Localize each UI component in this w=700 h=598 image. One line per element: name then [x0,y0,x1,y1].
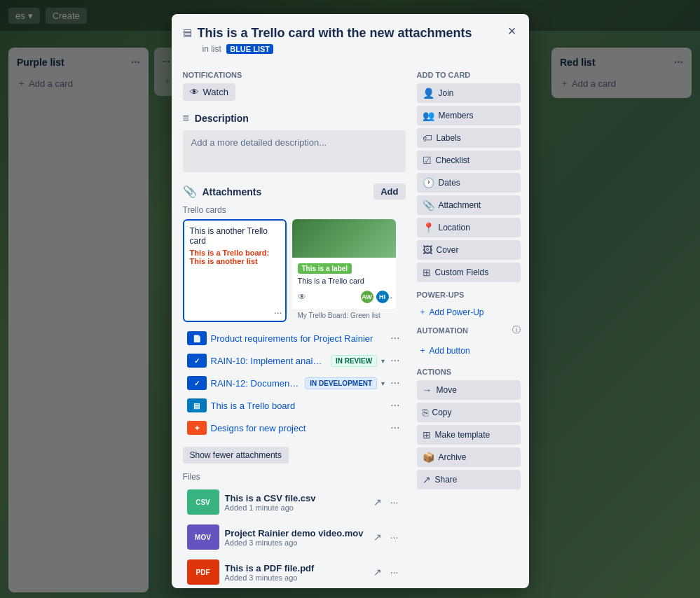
attachments-title: Attachments [203,186,262,197]
labels-button[interactable]: 🏷 Labels [417,128,521,148]
card-preview-dots[interactable]: ··· [385,291,393,303]
watch-button[interactable]: 👁 Watch [183,83,235,101]
file-menu-btn-1[interactable]: ··· [387,495,402,509]
attachment-label: Attachment [439,200,481,210]
file-link-btn-3[interactable]: ↗ [371,565,385,579]
custom-fields-button[interactable]: ⊞ Custom Fields [417,263,521,282]
link-item-3[interactable]: ✓ RAIN-12: Document rollout plan for A/B… [183,373,406,394]
link-text-1: Product requirements for Project Rainier [211,333,385,344]
file-thumb-pdf: PDF [187,559,219,585]
description-input[interactable]: Add a more detailed description... [183,130,406,172]
automation-section: Automation ⓘ [417,321,521,339]
join-icon: 👤 [423,88,434,99]
automation-label: Automation [417,326,469,335]
attachments-section: 📎 Attachments Add Trello cards This is a… [183,183,406,588]
checklist-label: Checklist [436,155,470,165]
link-text-3: RAIN-12: Document rollout plan for A/B t… [211,378,301,389]
file-name-1: This is a CSV file.csv [225,493,365,503]
description-section: ≡ Description Add a more detailed descri… [183,112,406,172]
share-button[interactable]: ↗ Share [417,470,521,489]
link-icon-trello: ▤ [187,398,207,412]
trello-card-thumb-1[interactable]: This is another Trello card This is a Tr… [183,219,287,322]
file-info-2: Project Rainier demo video.mov Added 3 m… [225,528,365,547]
link-menu-3[interactable]: ··· [389,377,401,389]
link-icon-figma: ✦ [187,421,207,435]
modal-subtitle: in list BLUE LIST [183,44,501,54]
link-item-2[interactable]: ✓ RAIN-10: Implement analytics and obser… [183,350,406,371]
attachments-icon: 📎 [183,185,197,198]
custom-fields-icon: ⊞ [423,267,431,278]
labels-label: Labels [437,133,461,143]
link-menu-2[interactable]: ··· [389,354,401,367]
file-link-btn-2[interactable]: ↗ [371,530,385,544]
card-label-green: This is a label [298,263,352,274]
attachments-add-button[interactable]: Add [373,183,405,200]
in-list-text: in list [203,44,221,54]
members-button[interactable]: 👥 Members [417,106,521,125]
archive-button[interactable]: 📦 Archive [417,447,521,467]
archive-label: Archive [439,452,467,462]
archive-icon: 📦 [423,452,434,463]
status-badge-review[interactable]: IN REVIEW [331,355,377,367]
make-template-button[interactable]: ⊞ Make template [417,425,521,445]
link-text-4: This is a Trello board [211,401,385,411]
move-label: Move [437,385,457,395]
status-badge-dev[interactable]: IN DEVELOPMENT [305,377,377,389]
modal-title: This is a Trello card with the new attac… [198,25,472,41]
file-name-3: This is a PDF file.pdf [225,563,365,573]
file-info-1: This is a CSV file.csv Added 1 minute ag… [225,493,365,512]
power-ups-label: Power-Ups [417,291,521,299]
add-button-button[interactable]: ＋ Add button [417,342,472,359]
file-menu-btn-3[interactable]: ··· [387,565,402,579]
cover-button[interactable]: 🖼 Cover [417,240,521,260]
automation-info-icon[interactable]: ⓘ [512,324,521,336]
copy-label: Copy [432,408,452,417]
checklist-button[interactable]: ☑ Checklist [417,151,521,170]
share-label: Share [435,475,458,485]
modal-title-row: ▤ This is a Trello card with the new att… [183,25,501,41]
trello-cards-label: Trello cards [183,205,406,215]
file-item-1[interactable]: CSV This is a CSV file.csv Added 1 minut… [183,486,406,518]
link-item-4[interactable]: ▤ This is a Trello board ··· [183,395,406,416]
file-time-3: Added 3 minutes ago [225,573,365,582]
file-item-3[interactable]: PDF This is a PDF file.pdf Added 3 minut… [183,556,406,588]
join-label: Join [439,88,454,98]
trello-card-thumb-2[interactable]: This is a label This is a Trello card 👁 … [292,219,396,322]
file-actions-3: ↗ ··· [371,565,402,579]
notifications-label: Notifications [183,71,406,79]
link-text-5: Designs for new project [211,423,385,433]
file-thumb-mov: MOV [187,524,219,550]
list-badge[interactable]: BLUE LIST [226,44,273,54]
dates-button[interactable]: 🕐 Dates [417,173,521,193]
join-button[interactable]: 👤 Join [417,83,521,103]
attachment-button[interactable]: 📎 Attachment [417,195,521,215]
link-item-1[interactable]: 📄 Product requirements for Project Raini… [183,328,406,349]
link-menu-4[interactable]: ··· [389,399,401,412]
move-button[interactable]: → Move [417,380,521,400]
card-thumb-subtitle-1: This is a Trello board: This is another … [190,249,280,265]
link-menu-1[interactable]: ··· [389,332,401,345]
file-menu-btn-2[interactable]: ··· [387,530,402,544]
link-text-2: RAIN-10: Implement analytics and observa… [211,356,327,366]
modal-close-button[interactable]: × [502,21,522,41]
modal-header: ▤ This is a Trello card with the new att… [172,14,529,65]
link-item-5[interactable]: ✦ Designs for new project ··· [183,417,406,438]
status-chevron-1[interactable]: ▾ [381,357,385,365]
trello-cards-row: This is another Trello card This is a Tr… [183,219,406,322]
show-fewer-links-button[interactable]: Show fewer attachments [183,447,289,464]
location-button[interactable]: 📍 Location [417,218,521,237]
file-time-2: Added 3 minutes ago [225,538,365,547]
file-link-btn-1[interactable]: ↗ [371,495,385,509]
copy-button[interactable]: ⎘ Copy [417,403,521,422]
link-menu-5[interactable]: ··· [389,422,401,434]
file-thumb-csv: CSV [187,489,219,515]
card-thumb-title-1: This is another Trello card [190,226,280,246]
add-power-up-button[interactable]: ＋ Add Power-Up [417,303,486,321]
file-item-2[interactable]: MOV Project Rainier demo video.mov Added… [183,521,406,553]
link-icon-jira-2: ✓ [187,376,207,390]
add-button-label: Add button [430,346,470,356]
card-thumb-1-menu[interactable]: ··· [274,307,282,318]
status-chevron-2[interactable]: ▾ [381,380,385,387]
modal-overlay: ▤ This is a Trello card with the new att… [0,0,700,598]
location-label: Location [439,223,470,232]
